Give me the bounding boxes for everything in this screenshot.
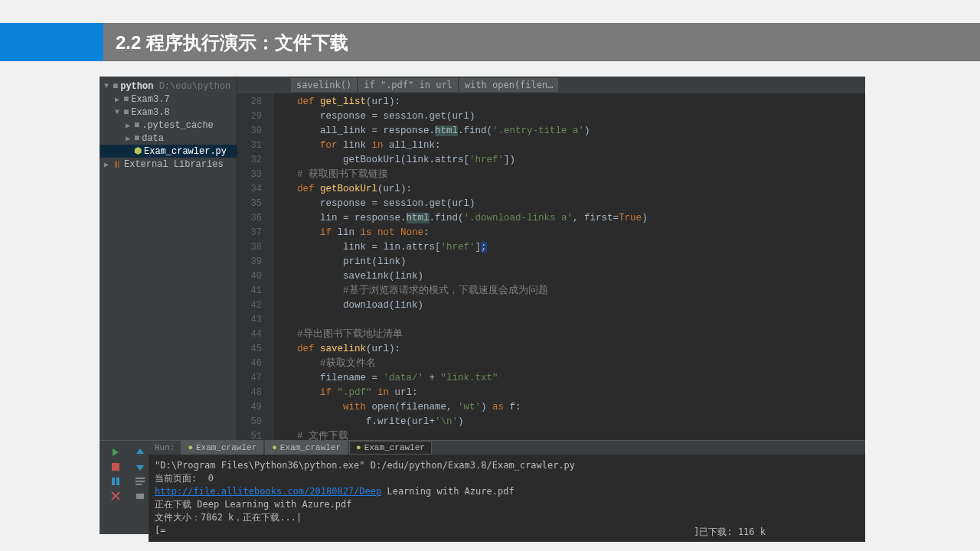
down-icon[interactable] (134, 461, 146, 473)
chevron-icon[interactable]: ▶ (124, 121, 132, 130)
svg-rect-10 (136, 484, 142, 485)
svg-rect-3 (116, 478, 119, 485)
svg-rect-2 (112, 478, 115, 485)
tree-item[interactable]: ▶■data (100, 132, 237, 145)
console-output[interactable]: "D:\Program Files\Python36\python.exe" D… (149, 455, 865, 542)
download-progress: ]已下载: 116 k (694, 526, 766, 539)
code-breadcrumb[interactable]: savelink() if ".pdf" in url with open(fi… (237, 77, 865, 93)
breadcrumb-item[interactable]: savelink() (291, 78, 357, 92)
run-tabs: Run: ●Exam_crawler ●Exam_crawler ●Exam_c… (149, 441, 865, 455)
python-icon: ⬢ (134, 145, 142, 157)
svg-marker-6 (136, 448, 144, 454)
console-link[interactable]: http://file.allitebooks.com/20180827/Dee… (155, 486, 381, 497)
tree-item[interactable]: ⬢Exam_crawler.py (100, 145, 237, 158)
project-tree[interactable]: ▼ ■ python D:\edu\python ▶■Exam3.7▼■Exam… (100, 77, 237, 440)
folder-icon: ■ (134, 120, 139, 131)
run-tab[interactable]: ●Exam_crawler (265, 441, 348, 455)
run-label: Run: (149, 443, 181, 452)
folder-icon: ■ (123, 107, 129, 118)
tree-root[interactable]: ▼ ■ python D:\edu\python (100, 80, 237, 93)
line-gutter[interactable]: 2829303132333435363738394041424344454647… (237, 93, 274, 440)
svg-marker-7 (136, 465, 144, 471)
chevron-icon[interactable]: ▼ (113, 108, 121, 116)
slide-title: 2.2 程序执行演示：文件下载 (103, 23, 980, 61)
breadcrumb-item[interactable]: if ".pdf" in url (358, 78, 458, 92)
pause-icon[interactable] (109, 475, 122, 487)
folder-icon: ■ (134, 133, 139, 144)
chevron-down-icon[interactable]: ▼ (103, 82, 110, 90)
run-tab-active[interactable]: ●Exam_crawler (349, 441, 432, 455)
up-icon[interactable] (134, 446, 146, 458)
library-icon: ⫼ (113, 158, 122, 170)
svg-marker-0 (113, 448, 119, 456)
print-icon[interactable] (134, 490, 146, 502)
tree-item[interactable]: ▶■Exam3.7 (100, 93, 237, 106)
chevron-icon[interactable]: ▶ (124, 134, 132, 143)
wrap-icon[interactable] (134, 475, 146, 487)
close-icon[interactable] (109, 490, 122, 502)
stop-icon[interactable] (109, 461, 122, 473)
run-toolbar (100, 441, 132, 534)
folder-icon: ■ (113, 81, 118, 92)
rerun-icon[interactable] (109, 446, 122, 458)
tree-item[interactable]: ▶■.pytest_cache (100, 119, 237, 132)
ide-window: ▼ ■ python D:\edu\python ▶■Exam3.7▼■Exam… (100, 77, 865, 534)
chevron-right-icon[interactable]: ▶ (103, 160, 110, 169)
run-tab[interactable]: ●Exam_crawler (181, 441, 263, 455)
folder-icon: ■ (123, 94, 129, 105)
tree-item[interactable]: ▼■Exam3.8 (100, 106, 237, 119)
code-content[interactable]: def get_list(url): response = session.ge… (274, 93, 865, 440)
svg-rect-1 (112, 463, 119, 471)
external-libraries[interactable]: ▶ ⫼ External Libraries (100, 158, 237, 171)
code-editor[interactable]: 2829303132333435363738394041424344454647… (237, 93, 865, 440)
breadcrumb-item[interactable]: with open(filen… (459, 78, 559, 92)
chevron-icon[interactable]: ▶ (113, 95, 121, 104)
svg-rect-8 (136, 478, 145, 479)
title-accent (0, 23, 103, 61)
svg-rect-9 (136, 481, 145, 482)
svg-rect-11 (136, 494, 144, 499)
